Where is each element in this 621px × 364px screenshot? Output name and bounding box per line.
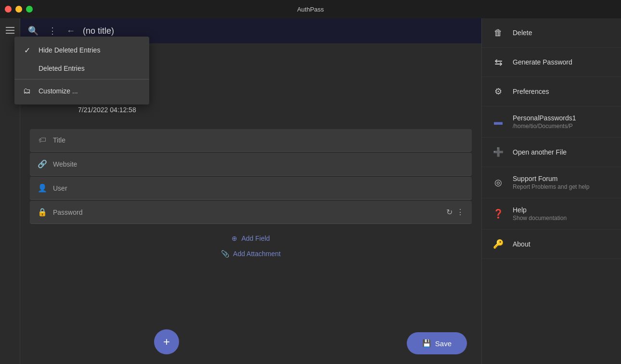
help-title: Help (513, 206, 567, 214)
generate-icon: ⇄ (492, 55, 505, 69)
add-section: ⊕ Add Field 📎 Add Attachment (30, 225, 472, 267)
title-field[interactable]: 🏷 Title (30, 129, 472, 152)
personal-passwords-title: PersonalPasswords1 (513, 114, 576, 122)
lock-icon: 🔒 (38, 208, 47, 217)
title-icon: 🏷 (38, 136, 47, 144)
delete-icon: 🗑 (492, 26, 505, 39)
add-circle-icon: ⊕ (232, 234, 237, 242)
password-more-button[interactable]: ⋮ (456, 208, 464, 217)
website-field[interactable]: 🔗 Website (30, 153, 472, 176)
back-button[interactable]: ← (65, 24, 77, 38)
check-icon: ✓ (22, 45, 32, 55)
app-body: ✓ Hide Deleted Entries Deleted Entries 🗂… (0, 18, 621, 364)
about-item[interactable]: 🔑 About (482, 230, 621, 259)
hamburger-line (6, 33, 14, 34)
preferences-content: Preferences (513, 88, 549, 95)
back-arrow-icon: ← (66, 26, 75, 36)
password-field[interactable]: 🔒 Password ↻ ⋮ (30, 201, 472, 224)
about-title: About (513, 240, 530, 248)
plus-icon: + (163, 335, 170, 349)
titlebar: AuthPass (0, 0, 621, 18)
search-button[interactable]: 🔍 (26, 24, 40, 38)
save-icon: 💾 (422, 339, 431, 348)
help-subtitle: Show documentation (513, 215, 567, 221)
link-icon: 🔗 (38, 159, 47, 169)
website-label: Website (53, 160, 464, 168)
page-title: (no title) (83, 26, 476, 36)
personal-passwords-content: PersonalPasswords1 /home/tio/Documents/P (513, 114, 576, 130)
database-icon: ▬ (492, 115, 505, 129)
deleted-entries-item[interactable]: Deleted Entries (14, 60, 149, 77)
fab-add-button[interactable]: + (154, 329, 179, 354)
preferences-title: Preferences (513, 88, 549, 95)
generate-title: Generate Password (513, 58, 572, 66)
support-subtitle: Report Problems and get help (513, 183, 589, 190)
folder-icon: 🗂 (22, 86, 32, 96)
open-another-title: Open another File (513, 148, 567, 156)
hide-deleted-entries-item[interactable]: ✓ Hide Deleted Entries (14, 40, 149, 60)
window-controls (5, 6, 33, 13)
add-field-button[interactable]: ⊕ Add Field (232, 234, 270, 242)
menu-divider (14, 79, 149, 79)
password-actions: ↻ ⋮ (446, 208, 464, 217)
sidebar-menu-button[interactable] (3, 23, 17, 38)
user-field[interactable]: 👤 User (30, 177, 472, 200)
hamburger-line (6, 27, 14, 28)
save-button[interactable]: 💾 Save (407, 332, 467, 354)
support-forum-item[interactable]: ◎ Support Forum Report Problems and get … (482, 167, 621, 198)
maximize-button[interactable] (26, 6, 33, 13)
customize-label: Customize ... (39, 87, 78, 95)
help-item[interactable]: ❓ Help Show documentation (482, 198, 621, 230)
gear-icon: ⚙ (492, 85, 505, 98)
refresh-password-button[interactable]: ↻ (446, 208, 453, 217)
delete-title: Delete (513, 29, 532, 37)
modified-value: 7/21/2022 04:12:58 (78, 106, 148, 114)
password-label: Password (53, 208, 440, 216)
save-label: Save (435, 339, 452, 348)
help-icon: ❓ (492, 207, 505, 221)
help-content: Help Show documentation (513, 206, 567, 221)
deleted-entries-label: Deleted Entries (39, 65, 85, 72)
open-file-icon: ➕ (492, 145, 505, 159)
app-title: AuthPass (297, 6, 324, 13)
hide-deleted-label: Hide Deleted Entries (39, 46, 100, 54)
preferences-item[interactable]: ⚙ Preferences (482, 77, 621, 106)
title-label: Title (53, 136, 464, 144)
about-icon: 🔑 (492, 237, 505, 251)
paperclip-icon: 📎 (221, 250, 229, 258)
hamburger-line (6, 30, 14, 31)
open-another-item[interactable]: ➕ Open another File (482, 138, 621, 167)
support-title: Support Forum (513, 175, 589, 182)
support-content: Support Forum Report Problems and get he… (513, 175, 589, 190)
generate-password-item[interactable]: ⇄ Generate Password (482, 48, 621, 77)
user-icon: 👤 (38, 183, 47, 193)
more-options-button[interactable]: ⋮ (46, 24, 59, 38)
customize-item[interactable]: 🗂 Customize ... (14, 81, 149, 101)
left-dropdown-menu: ✓ Hide Deleted Entries Deleted Entries 🗂… (14, 37, 149, 104)
open-another-content: Open another File (513, 148, 567, 156)
more-icon: ⋮ (48, 26, 57, 36)
delete-item[interactable]: 🗑 Delete (482, 18, 621, 48)
about-content: About (513, 240, 530, 248)
user-label: User (53, 184, 464, 192)
delete-content: Delete (513, 29, 532, 37)
support-icon: ◎ (492, 176, 505, 189)
generate-content: Generate Password (513, 58, 572, 66)
personal-passwords-subtitle: /home/tio/Documents/P (513, 123, 576, 130)
close-button[interactable] (5, 6, 12, 13)
add-field-label: Add Field (241, 234, 270, 242)
personal-passwords-item[interactable]: ▬ PersonalPasswords1 /home/tio/Documents… (482, 106, 621, 138)
add-attachment-button[interactable]: 📎 Add Attachment (221, 250, 281, 258)
search-icon: 🔍 (28, 26, 39, 36)
right-panel: 🗑 Delete ⇄ Generate Password ⚙ Preferenc… (481, 18, 621, 364)
add-attachment-label: Add Attachment (233, 250, 281, 258)
minimize-button[interactable] (15, 6, 22, 13)
